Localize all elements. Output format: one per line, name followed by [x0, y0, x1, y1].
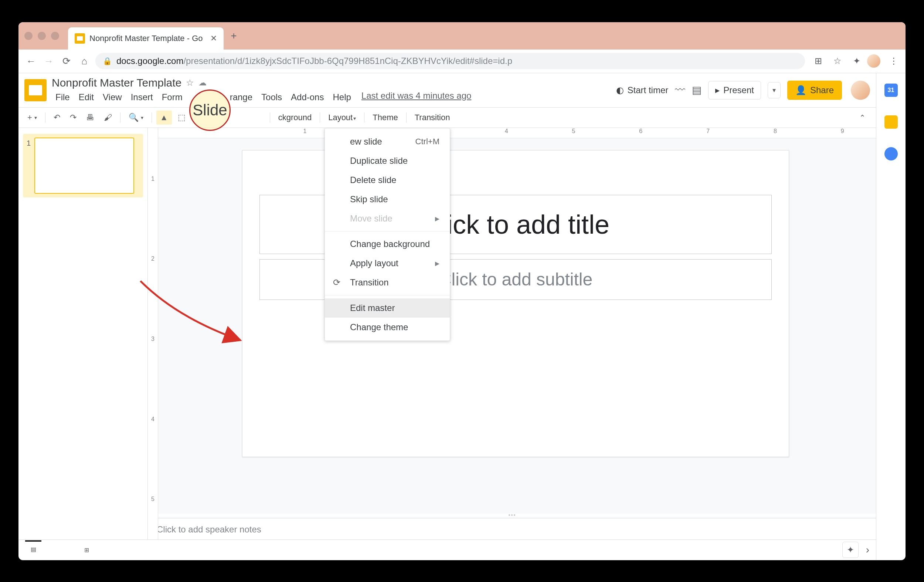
- window-minimize[interactable]: [38, 32, 46, 40]
- menu-apply-layout[interactable]: Apply layout ▸: [325, 254, 450, 273]
- menu-transition[interactable]: ⟳ Transition: [325, 273, 450, 292]
- menu-duplicate-slide[interactable]: Duplicate slide: [325, 151, 450, 170]
- canvas-area: 123456789 12345 ew slide Ctrl+M Duplicat…: [148, 128, 876, 539]
- menu-tools[interactable]: Tools: [257, 91, 286, 104]
- browser-profile-avatar[interactable]: [867, 55, 880, 68]
- menu-change-background[interactable]: Change background: [325, 235, 450, 254]
- start-timer-button[interactable]: ◐ Start timer: [616, 85, 668, 95]
- slide-thumbnail[interactable]: 1: [23, 134, 143, 197]
- slide-thumbnail-panel: 1: [18, 128, 148, 539]
- window-maximize[interactable]: [51, 32, 59, 40]
- star-icon[interactable]: ☆: [186, 78, 194, 88]
- browser-tab[interactable]: Nonprofit Master Template - Go ✕: [68, 27, 224, 50]
- back-button[interactable]: ←: [25, 55, 38, 68]
- zoom-button[interactable]: 🔍▾: [125, 111, 147, 125]
- window-close[interactable]: [25, 32, 33, 40]
- present-button[interactable]: ▸ Present: [708, 81, 761, 99]
- menu-format[interactable]: Form: [158, 91, 186, 104]
- home-button[interactable]: ⌂: [78, 55, 91, 68]
- tab-close-icon[interactable]: ✕: [210, 34, 217, 43]
- explore-button[interactable]: ✦: [842, 542, 859, 558]
- speaker-notes[interactable]: Click to add speaker notes: [148, 518, 876, 539]
- slides-logo[interactable]: [25, 79, 46, 101]
- document-header: Nonprofit Master Template ☆ ☁ File Edit …: [18, 73, 876, 107]
- menu-help[interactable]: Help: [329, 91, 355, 104]
- select-tool[interactable]: ▲: [156, 111, 172, 125]
- menu-change-theme[interactable]: Change theme: [325, 317, 450, 337]
- menu-move-slide: Move slide ▸: [325, 209, 450, 228]
- submenu-arrow-icon: ▸: [435, 213, 439, 224]
- filmstrip-view-button[interactable]: ▤: [25, 540, 41, 557]
- menu-view[interactable]: View: [99, 91, 125, 104]
- menu-addons[interactable]: Add-ons: [287, 91, 327, 104]
- browser-window: Nonprofit Master Template - Go ✕ + ← → ⟳…: [18, 22, 906, 560]
- grid-view-button[interactable]: ⊞: [78, 542, 95, 558]
- notes-resize-handle[interactable]: [148, 514, 876, 517]
- cloud-saved-icon[interactable]: ☁: [198, 78, 206, 88]
- redo-button[interactable]: ↷: [66, 111, 80, 125]
- slide-menu-dropdown: ew slide Ctrl+M Duplicate slide Delete s…: [325, 128, 450, 341]
- play-icon: ▸: [715, 85, 719, 95]
- horizontal-ruler: 123456789: [148, 128, 876, 138]
- paint-format-button[interactable]: 🖌: [100, 111, 116, 125]
- app-area: Nonprofit Master Template ☆ ☁ File Edit …: [18, 73, 906, 560]
- menu-file[interactable]: File: [52, 91, 74, 104]
- layout-button[interactable]: Layout▾: [325, 111, 360, 125]
- toolbar: +▾ ↶ ↷ 🖶 🖌 🔍▾ ▲ ⬚ ckground Layout▾ Theme: [18, 107, 876, 128]
- expand-sidepanel-icon[interactable]: ›: [866, 544, 869, 556]
- browser-toolbar: ← → ⟳ ⌂ 🔒 docs.google.com/presentation/d…: [18, 50, 906, 73]
- new-tab-button[interactable]: +: [226, 28, 241, 43]
- lock-icon: 🔒: [103, 56, 112, 65]
- new-slide-button[interactable]: +▾: [24, 111, 41, 125]
- transition-icon: ⟳: [333, 277, 340, 288]
- workspace: 1 123456789 12345 ew slide: [18, 128, 876, 539]
- document-title[interactable]: Nonprofit Master Template: [52, 76, 182, 89]
- keep-icon[interactable]: [884, 116, 898, 129]
- comments-icon[interactable]: ▤: [692, 84, 701, 96]
- transition-button[interactable]: Transition: [411, 111, 454, 125]
- menu-new-slide[interactable]: ew slide Ctrl+M: [325, 132, 450, 151]
- theme-button[interactable]: Theme: [369, 111, 401, 125]
- extensions-puzzle-icon[interactable]: ✦: [851, 55, 863, 67]
- submenu-arrow-icon: ▸: [435, 258, 439, 268]
- collapse-toolbar-icon[interactable]: ⌃: [854, 111, 871, 124]
- print-button[interactable]: 🖶: [82, 111, 98, 125]
- window-controls: [25, 32, 59, 40]
- last-edit-link[interactable]: Last edit was 4 minutes ago: [361, 91, 472, 104]
- background-button[interactable]: ckground: [275, 111, 316, 125]
- textbox-tool[interactable]: ⬚: [174, 111, 189, 125]
- menu-edit-master[interactable]: Edit master: [325, 298, 450, 317]
- browser-menu-icon[interactable]: ⋮: [888, 55, 899, 67]
- person-icon: 👤: [795, 85, 807, 95]
- thumbnail-preview: [35, 137, 134, 194]
- menu-slide-gap: [188, 91, 225, 104]
- share-button[interactable]: 👤 Share: [787, 81, 842, 100]
- account-avatar[interactable]: [851, 81, 870, 100]
- bookmark-star-icon[interactable]: ☆: [832, 55, 843, 67]
- url-text: docs.google.com/presentation/d/1izk8yjxS…: [116, 56, 512, 66]
- menu-edit[interactable]: Edit: [75, 91, 97, 104]
- analytics-icon[interactable]: 〰: [675, 84, 685, 96]
- footer-bar: ▤ ⊞ ✦ ›: [18, 539, 876, 560]
- forward-button[interactable]: →: [42, 55, 55, 68]
- browser-tabbar: Nonprofit Master Template - Go ✕ +: [18, 22, 906, 50]
- slides-favicon: [75, 33, 85, 44]
- undo-button[interactable]: ↶: [50, 111, 64, 125]
- menu-insert[interactable]: Insert: [127, 91, 157, 104]
- tasks-icon[interactable]: [884, 147, 898, 160]
- menu-delete-slide[interactable]: Delete slide: [325, 170, 450, 190]
- timer-icon: ◐: [616, 85, 624, 95]
- slide-number: 1: [26, 137, 31, 194]
- reload-button[interactable]: ⟳: [60, 55, 73, 68]
- menu-skip-slide[interactable]: Skip slide: [325, 190, 450, 209]
- slide-canvas[interactable]: Click to add title Click to add subtitle: [242, 150, 789, 457]
- address-bar[interactable]: 🔒 docs.google.com/presentation/d/1izk8yj…: [96, 53, 805, 69]
- present-dropdown[interactable]: ▾: [768, 82, 780, 98]
- calendar-icon[interactable]: [884, 84, 898, 97]
- menu-arrange[interactable]: range: [226, 91, 256, 104]
- side-panel: [876, 73, 906, 560]
- main-column: Nonprofit Master Template ☆ ☁ File Edit …: [18, 73, 876, 560]
- tab-title: Nonprofit Master Template - Go: [89, 34, 203, 43]
- menubar: File Edit View Insert Form range Tools A…: [52, 91, 471, 104]
- extension-icon[interactable]: ⊞: [812, 55, 824, 67]
